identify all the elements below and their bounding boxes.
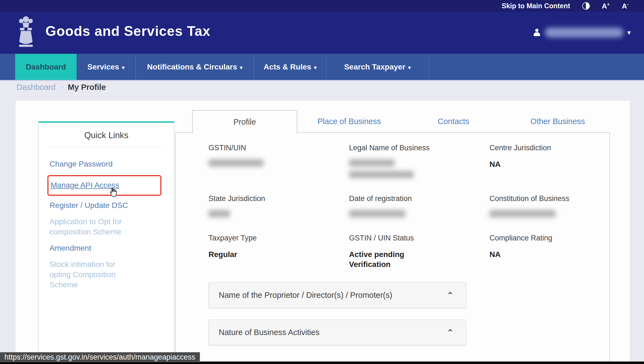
user-icon [533, 28, 541, 37]
redacted-value [349, 210, 405, 217]
profile-tab-panel: GSTIN/UIN Legal Name of Business Centre … [175, 132, 610, 362]
profile-field-row: Taxpayer Type Regular GSTIN / UIN Status… [175, 234, 610, 269]
caret-down-icon: ▾ [240, 63, 243, 71]
field-centre-jurisdiction: Centre Jurisdiction NA [489, 144, 605, 178]
field-state-jurisdiction: State Jurisdiction [209, 194, 349, 217]
tab-contacts[interactable]: Contacts [401, 110, 506, 133]
page-title: Goods and Services Tax [45, 23, 210, 39]
main-navigation: Dashboard Services ▾ Notifications & Cir… [0, 54, 644, 80]
redacted-value [349, 171, 414, 178]
nav-item-notifications-circulars[interactable]: Notifications & Circulars ▾ [136, 54, 254, 80]
nav-item-services[interactable]: Services ▾ [77, 54, 136, 80]
field-date-of-registration: Date of registration [349, 194, 489, 217]
breadcrumb-dashboard-link[interactable]: Dashboard [17, 83, 56, 92]
font-decrease-button[interactable]: A- [622, 2, 629, 10]
quick-links-panel: Quick Links Change Password Manage API A… [38, 121, 174, 362]
divider [50, 147, 163, 147]
nav-item-acts-rules[interactable]: Acts & Rules ▾ [254, 54, 326, 80]
field-gstin-uin-status: GSTIN / UIN Status Active pending Verifi… [349, 234, 489, 269]
username-redacted [545, 28, 623, 38]
contrast-toggle-icon[interactable] [582, 2, 590, 10]
field-taxpayer-type: Taxpayer Type Regular [209, 234, 349, 269]
hand-cursor-icon [108, 187, 119, 199]
quick-links-list: Change Password Manage API Access Regist… [50, 159, 174, 290]
redacted-value [209, 210, 230, 217]
caret-down-icon: ▾ [122, 63, 125, 71]
content-card: Quick Links Change Password Manage API A… [15, 100, 630, 362]
caret-down-icon: ▾ [314, 63, 317, 71]
field-compliance-rating: Compliance Rating NA [489, 234, 605, 269]
link-preview-tooltip: https://services.gst.gov.in/services/aut… [0, 352, 200, 362]
tab-place-of-business[interactable]: Place of Business [297, 110, 402, 133]
profile-tabs: Profile Place of Business Contacts Other… [192, 110, 610, 133]
font-increase-button[interactable]: A+ [602, 2, 610, 10]
quick-link-opt-composition-scheme[interactable]: Application to Opt for composition Schem… [50, 216, 174, 237]
quick-link-change-password[interactable]: Change Password [50, 159, 174, 169]
tab-profile[interactable]: Profile [192, 110, 297, 133]
caret-down-icon: ▾ [408, 63, 411, 71]
quick-link-amendment[interactable]: Amendment [50, 243, 174, 253]
redacted-value [349, 159, 394, 167]
quick-link-register-update-dsc[interactable]: Register / Update DSC [50, 200, 174, 210]
india-emblem-icon [17, 15, 35, 51]
header: Goods and Services Tax ▾ [0, 12, 644, 54]
breadcrumb-current-page: My Profile [68, 83, 106, 92]
redacted-value [209, 159, 264, 167]
chevron-down-icon: ▾ [627, 28, 631, 37]
profile-field-row: GSTIN/UIN Legal Name of Business Centre … [175, 144, 610, 178]
chevron-up-icon: ⌃ [447, 290, 454, 300]
nav-item-search-taxpayer[interactable]: Search Taxpayer ▾ [326, 54, 429, 80]
quick-links-title: Quick Links [39, 130, 174, 140]
nav-item-dashboard[interactable]: Dashboard [15, 54, 77, 80]
navbar-divider [0, 80, 644, 81]
accordion-proprietor-directors-promoters[interactable]: Name of the Proprietor / Director(s) / P… [209, 282, 466, 308]
accordion-nature-of-business[interactable]: Nature of Business Activities ⌃ [209, 320, 466, 345]
redacted-value [489, 210, 556, 217]
chevron-up-icon: ⌃ [447, 328, 454, 337]
user-menu[interactable]: ▾ [533, 28, 631, 38]
quick-link-manage-api-access[interactable]: Manage API Access [47, 175, 161, 196]
breadcrumb-separator-icon: › [61, 84, 63, 91]
field-gstin-uin: GSTIN/UIN [209, 144, 349, 178]
utility-bar: Skip to Main Content A+ A- [0, 0, 644, 12]
gst-portal-page: Skip to Main Content A+ A- Goods and Ser… [0, 0, 644, 364]
field-constitution-of-business: Constitution of Business [489, 194, 605, 217]
breadcrumb: Dashboard › My Profile [17, 83, 106, 92]
quick-link-stock-intimation[interactable]: Stock intimation for opting Composition … [50, 259, 174, 290]
profile-field-row: State Jurisdiction Date of registration … [175, 194, 610, 217]
field-legal-name: Legal Name of Business [349, 144, 489, 178]
tab-other-business[interactable]: Other Business [506, 110, 610, 133]
skip-to-main-content-link[interactable]: Skip to Main Content [502, 2, 570, 10]
